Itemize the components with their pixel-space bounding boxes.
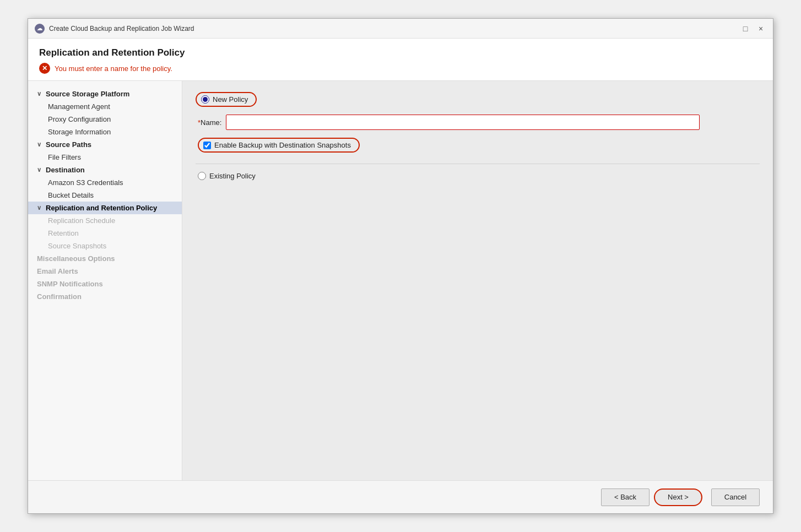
error-message: You must enter a name for the policy. <box>55 64 172 73</box>
sidebar-item-file-filters[interactable]: File Filters <box>28 151 182 164</box>
title-bar-left: ☁ Create Cloud Backup and Replication Jo… <box>35 24 194 34</box>
name-row: *Name: <box>198 115 760 130</box>
chevron-icon: ∨ <box>37 141 44 148</box>
app-icon: ☁ <box>35 24 45 34</box>
enable-backup-highlight: Enable Backup with Destination Snapshots <box>198 138 360 153</box>
next-button[interactable]: Next > <box>654 488 702 506</box>
sidebar-label: Destination <box>46 166 85 174</box>
sidebar-item-confirmation: Confirmation <box>28 290 182 303</box>
sidebar-label: Proxy Configuration <box>48 115 111 123</box>
new-policy-row: New Policy <box>196 92 760 107</box>
sidebar-label: Storage Information <box>48 128 111 136</box>
sidebar-item-source-snapshots: Source Snapshots <box>28 240 182 252</box>
sidebar-label: Email Alerts <box>37 267 78 275</box>
enable-backup-checkbox[interactable] <box>203 142 211 149</box>
sidebar-label: Source Snapshots <box>48 242 106 250</box>
sidebar-item-miscellaneous-options: Miscellaneous Options <box>28 252 182 265</box>
sidebar-item-snmp-notifications: SNMP Notifications <box>28 278 182 290</box>
error-banner: ✕ You must enter a name for the policy. <box>39 63 762 74</box>
sidebar-item-destination[interactable]: ∨ Destination <box>28 164 182 176</box>
title-bar: ☁ Create Cloud Backup and Replication Jo… <box>28 19 773 39</box>
existing-policy-row: Existing Policy <box>198 172 760 180</box>
chevron-icon: ∨ <box>37 204 44 211</box>
sidebar-item-email-alerts: Email Alerts <box>28 265 182 278</box>
chevron-icon: ∨ <box>37 90 44 97</box>
close-button[interactable]: × <box>755 23 766 34</box>
sidebar-item-source-storage-platform[interactable]: ∨ Source Storage Platform <box>28 88 182 100</box>
sidebar-label: Bucket Details <box>48 191 94 199</box>
sidebar-label: Source Storage Platform <box>46 90 129 98</box>
enable-backup-label: Enable Backup with Destination Snapshots <box>214 141 351 149</box>
error-icon: ✕ <box>39 63 50 74</box>
sidebar-label: Retention <box>48 229 79 237</box>
right-panel: New Policy *Name: Enable Backup with Des… <box>182 81 773 480</box>
sidebar-label: SNMP Notifications <box>37 280 103 288</box>
sidebar-item-replication-retention-policy[interactable]: ∨ Replication and Retention Policy <box>28 202 182 214</box>
enable-backup-row: Enable Backup with Destination Snapshots <box>198 138 760 153</box>
new-policy-highlight: New Policy <box>196 92 257 107</box>
name-field-label: *Name: <box>198 118 221 127</box>
name-input[interactable] <box>226 115 700 130</box>
sidebar-label: File Filters <box>48 153 81 161</box>
sidebar-label: Management Agent <box>48 102 110 111</box>
sidebar-label: Amazon S3 Credentials <box>48 178 123 187</box>
minimize-button[interactable]: □ <box>740 23 751 34</box>
wizard-window: ☁ Create Cloud Backup and Replication Jo… <box>28 18 773 514</box>
content-area: Replication and Retention Policy ✕ You m… <box>28 39 773 480</box>
sidebar-label: Replication and Retention Policy <box>46 204 157 212</box>
main-body: ∨ Source Storage Platform Management Age… <box>28 81 773 480</box>
sidebar-item-replication-schedule: Replication Schedule <box>28 214 182 227</box>
window-title: Create Cloud Backup and Replication Job … <box>49 25 194 32</box>
new-policy-radio[interactable] <box>201 95 209 104</box>
page-title: Replication and Retention Policy <box>39 47 762 58</box>
footer-bar: < Back Next > Cancel <box>28 480 773 513</box>
chevron-icon: ∨ <box>37 166 44 173</box>
title-bar-controls: □ × <box>740 23 766 34</box>
sidebar-label: Confirmation <box>37 292 82 301</box>
sidebar: ∨ Source Storage Platform Management Age… <box>28 81 182 480</box>
existing-policy-label: Existing Policy <box>209 172 256 180</box>
cancel-button[interactable]: Cancel <box>711 488 760 506</box>
sidebar-item-bucket-details[interactable]: Bucket Details <box>28 189 182 202</box>
new-policy-label: New Policy <box>213 95 248 104</box>
sidebar-label: Source Paths <box>46 140 91 149</box>
header-section: Replication and Retention Policy ✕ You m… <box>28 39 773 81</box>
sidebar-item-retention: Retention <box>28 227 182 240</box>
sidebar-item-source-paths[interactable]: ∨ Source Paths <box>28 138 182 151</box>
back-button[interactable]: < Back <box>601 488 650 506</box>
required-star: * <box>198 118 201 127</box>
sidebar-item-management-agent[interactable]: Management Agent <box>28 100 182 113</box>
existing-policy-radio[interactable] <box>198 172 206 180</box>
sidebar-item-storage-information[interactable]: Storage Information <box>28 126 182 138</box>
divider <box>196 164 760 164</box>
sidebar-label: Replication Schedule <box>48 216 115 225</box>
sidebar-item-amazon-s3-credentials[interactable]: Amazon S3 Credentials <box>28 176 182 189</box>
sidebar-item-proxy-configuration[interactable]: Proxy Configuration <box>28 113 182 126</box>
sidebar-label: Miscellaneous Options <box>37 254 115 263</box>
